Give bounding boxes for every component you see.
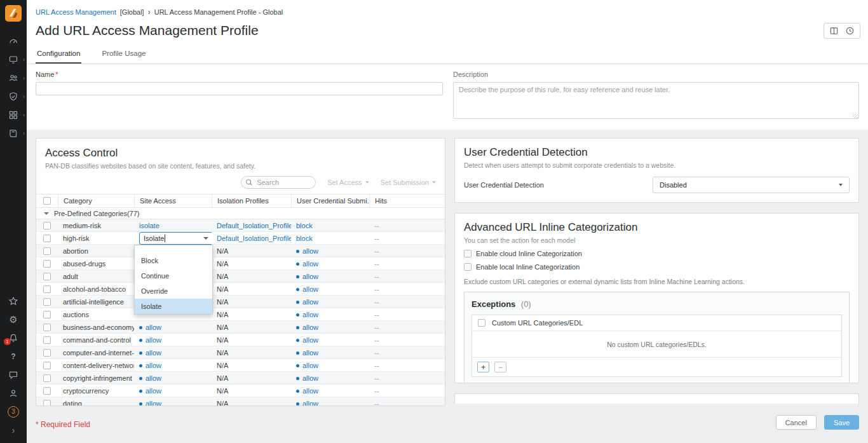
row-checkbox[interactable] [43, 222, 51, 229]
user-credential-submission-link[interactable]: block [296, 235, 313, 242]
site-access-link[interactable]: allow [146, 387, 161, 395]
user-credential-submission-link[interactable]: allow [302, 387, 318, 395]
user-credential-submission-link[interactable]: allow [302, 336, 318, 344]
dropdown-option[interactable]: Isolate [135, 299, 212, 314]
sidebar-item-account[interactable] [0, 384, 27, 402]
site-access-link[interactable]: allow [146, 400, 161, 406]
cloud-inline-checkbox[interactable] [464, 250, 471, 257]
set-access-dropdown[interactable]: Set Access [327, 179, 369, 186]
site-access-cell: allow [134, 387, 212, 395]
user-credential-submission-link[interactable]: allow [302, 324, 318, 331]
resize-grip-icon[interactable] [853, 114, 858, 119]
sidebar-item-workflows[interactable]: › [0, 106, 27, 124]
breadcrumb-link[interactable]: URL Access Management [36, 8, 116, 16]
row-checkbox[interactable] [43, 374, 51, 382]
row-checkbox[interactable] [43, 387, 51, 395]
row-checkbox[interactable] [43, 298, 51, 306]
status-dot-icon [139, 351, 142, 355]
sidebar-item-insights[interactable]: › [0, 50, 27, 69]
history-icon[interactable] [845, 26, 855, 36]
site-access-link[interactable]: isolate [139, 222, 159, 229]
local-inline-checkbox[interactable] [464, 263, 471, 271]
sidebar-item-dashboard[interactable] [0, 32, 27, 50]
dropdown-option[interactable]: Block [135, 253, 212, 268]
isolation-profile-cell: N/A [212, 260, 291, 268]
isolation-profile-link[interactable]: Default_Isolation_Profile [217, 222, 291, 229]
user-credential-submission-link[interactable]: allow [302, 362, 318, 369]
user-credential-submission-link[interactable]: allow [302, 285, 318, 293]
user-credential-submission-link[interactable]: allow [302, 260, 318, 268]
versions-icon[interactable] [829, 26, 839, 36]
user-credential-submission-link[interactable]: block [296, 222, 313, 229]
user-credential-submission-link[interactable]: allow [302, 400, 318, 406]
row-checkbox[interactable] [43, 324, 51, 331]
row-checkbox[interactable] [43, 285, 51, 293]
access-control-card: Access Control PAN-DB classifies website… [36, 138, 445, 406]
remove-exception-button[interactable]: − [494, 362, 506, 372]
sidebar-item-manage[interactable]: › [0, 124, 27, 142]
sidebar-item-notifications[interactable]: 1 [0, 329, 27, 347]
cancel-button[interactable]: Cancel [776, 415, 817, 430]
sidebar-item-settings[interactable]: ⚙ [0, 310, 27, 329]
status-dot-icon [296, 326, 299, 329]
row-checkbox[interactable] [43, 400, 51, 406]
sidebar-item-feedback[interactable] [0, 365, 27, 384]
tab-profile-usage[interactable]: Profile Usage [100, 46, 147, 64]
exceptions-select-all-checkbox[interactable] [478, 319, 485, 327]
sidebar-item-tasks[interactable]: 3 [0, 402, 27, 421]
row-checkbox[interactable] [43, 273, 51, 280]
dropdown-option[interactable]: Override [135, 283, 212, 299]
site-access-link[interactable]: allow [146, 362, 161, 369]
row-checkbox[interactable] [43, 311, 51, 318]
column-header-site-access[interactable]: Site Access [134, 194, 212, 207]
column-header-isolation-profiles[interactable]: Isolation Profiles [212, 194, 291, 207]
site-access-link[interactable]: allow [146, 324, 161, 331]
category-cell: abused-drugs [58, 260, 134, 268]
site-access-link[interactable]: allow [146, 374, 161, 382]
select-all-checkbox[interactable] [43, 197, 51, 205]
panw-logo[interactable] [5, 5, 22, 22]
sidebar-item-security-services[interactable]: › [0, 87, 27, 106]
caret-down-icon [839, 184, 843, 186]
set-submission-dropdown[interactable]: Set Submission [381, 179, 436, 186]
site-access-link[interactable]: allow [146, 336, 161, 344]
ucd-select[interactable]: Disabled [653, 177, 850, 193]
name-input[interactable] [36, 82, 443, 95]
column-header-category[interactable]: Category [58, 194, 134, 207]
row-checkbox[interactable] [43, 336, 51, 344]
description-input[interactable] [453, 82, 859, 119]
user-credential-submission-link[interactable]: allow [302, 298, 318, 306]
tab-configuration[interactable]: Configuration [36, 46, 81, 64]
dropdown-option[interactable]: Continue [135, 268, 212, 283]
site-access-cell: isolate [134, 222, 212, 229]
chevron-right-icon: › [23, 57, 25, 63]
user-credential-submission-link[interactable]: allow [302, 374, 318, 382]
collapse-icon [44, 212, 49, 215]
row-checkbox[interactable] [43, 260, 51, 268]
user-credential-submission-link[interactable]: allow [302, 273, 318, 280]
row-checkbox[interactable] [43, 247, 51, 255]
table-row: computer-and-internet-infoallowN/Aallow-… [36, 346, 445, 359]
row-checkbox[interactable] [43, 349, 51, 357]
site-access-combobox[interactable]: Isolate [139, 232, 212, 245]
row-checkbox[interactable] [43, 362, 51, 369]
row-checkbox[interactable] [43, 235, 51, 242]
status-dot-icon [296, 390, 299, 393]
column-header-hits[interactable]: Hits [369, 194, 445, 207]
user-credential-submission-link[interactable]: allow [302, 349, 318, 357]
user-credential-submission-link[interactable]: allow [302, 247, 318, 255]
chevron-right-icon: › [23, 130, 25, 137]
category-group-row[interactable]: Pre-Defined Categories(77) [36, 208, 445, 219]
save-button[interactable]: Save [824, 415, 859, 430]
column-header-user-credential-submission[interactable]: User Credential Submi... [291, 194, 369, 207]
sidebar-collapse-toggle[interactable]: › [0, 421, 27, 439]
sidebar-item-users[interactable]: › [0, 69, 27, 87]
site-access-link[interactable]: allow [146, 349, 161, 357]
user-credential-submission-link[interactable]: allow [302, 311, 318, 318]
sidebar-item-favorites[interactable] [0, 292, 27, 310]
isolation-profile-link[interactable]: Default_Isolation_Profile [217, 235, 291, 242]
category-rows: medium-riskisolateDefault_Isolation_Prof… [36, 219, 445, 406]
sidebar-item-help[interactable]: ? [0, 347, 27, 365]
add-exception-button[interactable]: + [477, 362, 489, 372]
app-root: › › › › [0, 0, 868, 443]
